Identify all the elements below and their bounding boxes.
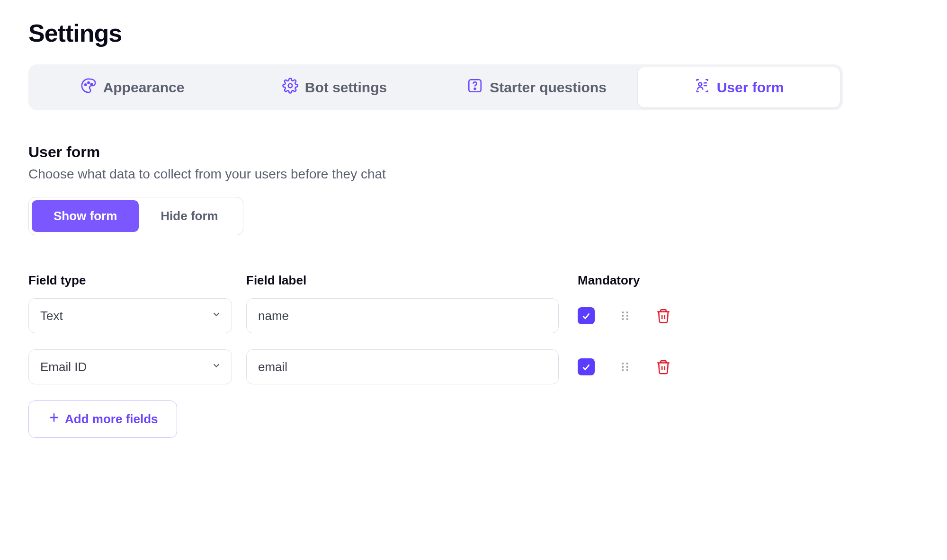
palette-icon	[80, 78, 97, 97]
add-more-label: Add more fields	[65, 412, 158, 427]
tabbar: Appearance Bot settings Starter question…	[28, 64, 843, 110]
form-visibility-toggle: Show form Hide form	[28, 197, 243, 235]
svg-point-10	[626, 315, 628, 317]
field-label-input[interactable]	[246, 349, 559, 384]
svg-point-17	[622, 366, 624, 368]
tab-bot-settings[interactable]: Bot settings	[233, 67, 436, 107]
svg-point-16	[626, 363, 628, 364]
question-icon	[467, 78, 483, 97]
drag-handle-icon[interactable]	[618, 360, 632, 373]
tab-appearance[interactable]: Appearance	[31, 67, 233, 107]
field-columns-header: Field type Field label Mandatory	[28, 273, 919, 288]
mandatory-checkbox[interactable]	[578, 307, 595, 324]
svg-point-18	[626, 366, 628, 368]
svg-point-12	[626, 318, 628, 320]
hide-form-button[interactable]: Hide form	[139, 200, 240, 232]
tab-label: Starter questions	[490, 80, 607, 96]
svg-point-19	[622, 369, 624, 371]
svg-point-8	[626, 311, 628, 313]
column-mandatory: Mandatory	[578, 273, 640, 287]
svg-point-7	[622, 311, 624, 313]
delete-field-button[interactable]	[655, 307, 671, 324]
svg-point-1	[88, 82, 89, 83]
tab-label: User form	[717, 80, 784, 96]
column-field-type: Field type	[28, 273, 86, 287]
tab-label: Appearance	[103, 80, 185, 96]
field-row: Text	[28, 298, 919, 333]
mandatory-checkbox[interactable]	[578, 358, 595, 375]
field-type-select[interactable]: Text	[28, 298, 232, 333]
column-field-label: Field label	[246, 273, 306, 287]
show-form-button[interactable]: Show form	[32, 200, 139, 232]
svg-point-6	[698, 83, 702, 86]
section-subtitle: Choose what data to collect from your us…	[28, 167, 919, 182]
svg-point-5	[474, 88, 476, 89]
delete-field-button[interactable]	[655, 358, 671, 375]
field-label-input[interactable]	[246, 298, 559, 333]
user-form-icon	[694, 78, 710, 97]
field-type-select[interactable]: Email ID	[28, 349, 232, 384]
add-more-fields-button[interactable]: Add more fields	[28, 400, 177, 438]
svg-point-2	[90, 83, 92, 85]
gear-icon	[282, 78, 298, 97]
svg-point-3	[288, 84, 293, 88]
section-title: User form	[28, 143, 919, 161]
svg-point-15	[622, 363, 624, 364]
svg-point-11	[622, 318, 624, 320]
svg-point-0	[85, 84, 86, 85]
tab-label: Bot settings	[305, 80, 387, 96]
tab-starter-questions[interactable]: Starter questions	[436, 67, 638, 107]
field-row: Email ID	[28, 349, 919, 384]
drag-handle-icon[interactable]	[618, 309, 632, 322]
svg-point-20	[626, 369, 628, 371]
plus-icon	[48, 411, 60, 427]
page-title: Settings	[28, 19, 919, 47]
tab-user-form[interactable]: User form	[638, 67, 840, 107]
svg-point-9	[622, 315, 624, 317]
